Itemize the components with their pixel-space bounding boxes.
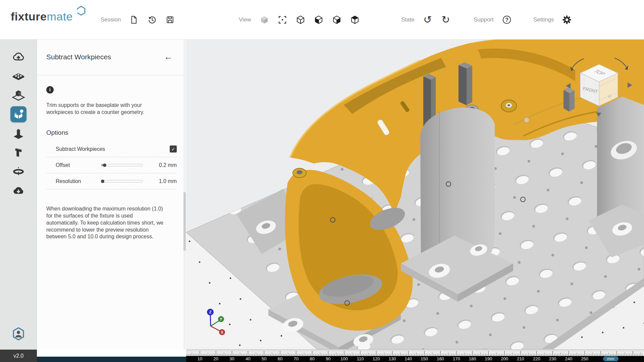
- sidebar-item-import[interactable]: [10, 49, 26, 65]
- logo-text-mate: mate: [47, 10, 73, 23]
- offset-value: 0.2 mm: [152, 162, 177, 168]
- settings-label: Settings: [533, 16, 554, 23]
- sidebar-item-labels[interactable]: [10, 164, 26, 180]
- offset-slider-thumb[interactable]: [103, 164, 106, 167]
- shaded-cube-icon[interactable]: [259, 15, 269, 25]
- cube-top-face-icon[interactable]: [350, 15, 360, 25]
- viewport-3d[interactable]: TOP FRONT W Z Y X: [186, 40, 644, 349]
- ruler-number: 190: [485, 356, 492, 361]
- ruler-number: 230: [549, 356, 556, 361]
- new-file-icon[interactable]: [129, 15, 139, 25]
- ruler-number: 220: [533, 356, 540, 361]
- ruler-number: 150: [421, 356, 428, 361]
- subtract-checkbox[interactable]: ✓: [170, 145, 177, 153]
- offset-label: Offset: [56, 162, 101, 168]
- ruler-number: 180: [469, 356, 476, 361]
- ruler-number: 210: [517, 356, 524, 361]
- cube-left-face-icon[interactable]: [314, 15, 324, 25]
- ruler-number: 60: [278, 356, 282, 361]
- save-icon[interactable]: [165, 15, 175, 25]
- sidebar-item-baseplate[interactable]: [10, 68, 26, 84]
- panel-title: Subtract Workpieces: [46, 53, 111, 61]
- undo-icon[interactable]: ↺: [423, 15, 433, 25]
- ruler-number: 140: [405, 356, 412, 361]
- ruler-number: 160: [437, 356, 444, 361]
- ruler-number: 70: [294, 356, 299, 361]
- ruler-number: 170: [453, 356, 460, 361]
- axis-z-label: Z: [209, 310, 212, 314]
- ruler-number: 110: [357, 356, 364, 361]
- bottom-status-bar: [37, 357, 186, 362]
- sidebar-item-export[interactable]: [10, 183, 26, 199]
- session-group: Session: [101, 0, 175, 40]
- ruler-number: 80: [310, 356, 314, 361]
- tool-rail-items: [0, 40, 37, 199]
- support-group: Support ?: [474, 0, 512, 40]
- ruler-number: 240: [565, 356, 573, 361]
- tool-rail: [0, 40, 37, 350]
- resolution-value: 1.0 mm: [152, 178, 177, 184]
- axis-x-label: X: [221, 330, 223, 334]
- panel-note: When downloading the maximum resolution …: [46, 205, 164, 240]
- ruler-number: 10: [198, 356, 202, 361]
- user-hexagon-icon: [12, 327, 25, 341]
- panel-body: i Trim supports or the baseplate with yo…: [37, 86, 186, 240]
- option-row-resolution: Resolution 1.0 mm: [46, 173, 177, 189]
- view-group: View: [239, 0, 360, 40]
- state-label: State: [401, 16, 415, 23]
- workpiece-pin-right: [459, 62, 472, 105]
- resolution-slider[interactable]: [101, 180, 143, 182]
- ruler-number: 20: [214, 356, 218, 361]
- options-list: Subtract Workpieces ✓ Offset 0.2 mm Reso…: [46, 141, 177, 189]
- support-label: Support: [474, 16, 494, 23]
- panel-scrollbar: [183, 40, 186, 350]
- info-icon: i: [46, 86, 54, 94]
- scene-canvas[interactable]: TOP FRONT W Z Y X: [186, 40, 644, 349]
- ruler-number: 130: [389, 356, 396, 361]
- fixturemate-app: fixturemate Session View: [0, 0, 644, 362]
- redo-icon[interactable]: ↻: [441, 15, 451, 25]
- app-logo: fixturemate: [11, 10, 85, 23]
- ruler-number: 50: [262, 356, 266, 361]
- subtract-checkbox-label: Subtract Workpieces: [56, 146, 170, 152]
- ruler-number: 250: [581, 356, 588, 361]
- option-row-subtract: Subtract Workpieces ✓: [46, 141, 177, 157]
- sidebar-item-workpieces[interactable]: [10, 87, 26, 103]
- marker-sphere: [524, 117, 529, 123]
- top-toolbar: fixturemate Session View: [0, 0, 644, 40]
- cube-right-face-icon[interactable]: [332, 15, 342, 25]
- ruler-number: 30: [229, 356, 234, 361]
- account-button[interactable]: [0, 327, 37, 341]
- svg-text:?: ?: [505, 17, 508, 23]
- sidebar-item-subtract-workpieces[interactable]: [10, 106, 26, 122]
- session-label: Session: [101, 16, 121, 23]
- ruler-number: 90: [326, 356, 330, 361]
- panel-description: Trim supports or the baseplate with your…: [46, 102, 167, 116]
- resolution-slider-thumb[interactable]: [101, 180, 104, 183]
- ruler-number: 100: [340, 356, 348, 361]
- sidebar-item-supports[interactable]: [10, 125, 26, 141]
- subtract-workpieces-panel: Subtract Workpieces ← i Trim supports or…: [37, 40, 186, 350]
- offset-slider[interactable]: [101, 164, 143, 166]
- state-group: State ↺ ↻: [401, 0, 451, 40]
- wireframe-cube-icon[interactable]: [296, 15, 306, 25]
- option-row-offset: Offset 0.2 mm: [46, 157, 177, 173]
- help-icon[interactable]: ?: [502, 15, 512, 25]
- gear-icon[interactable]: [562, 15, 572, 25]
- ruler-unit-badge: mm: [603, 356, 619, 361]
- panel-header: Subtract Workpieces ←: [37, 40, 186, 75]
- workpiece-gray-post: [564, 87, 575, 112]
- panel-scrollbar-thumb[interactable]: [183, 192, 186, 251]
- history-icon[interactable]: [147, 15, 157, 25]
- logo-hexagon-icon: [77, 6, 86, 16]
- view-label: View: [239, 16, 251, 23]
- options-heading: Options: [46, 129, 177, 136]
- ruler-numbers: 1020304050607080901001101201301401501601…: [186, 356, 644, 362]
- fit-view-icon[interactable]: [277, 15, 287, 25]
- settings-group: Settings: [533, 0, 572, 40]
- resolution-label: Resolution: [56, 178, 101, 184]
- back-button[interactable]: ←: [164, 52, 173, 62]
- axis-y-label: Y: [220, 317, 222, 321]
- sidebar-item-clamps[interactable]: [10, 144, 26, 161]
- ruler-number: 40: [246, 356, 250, 361]
